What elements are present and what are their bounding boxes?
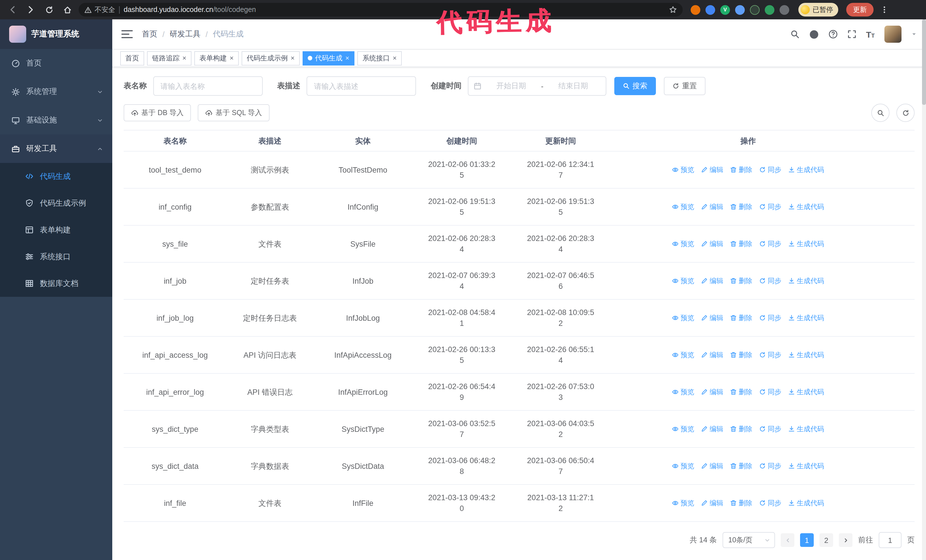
edit-link[interactable]: 编辑 <box>701 238 723 249</box>
sidebar-item-home[interactable]: 首页 <box>0 49 112 77</box>
tab-close-icon[interactable]: × <box>291 55 295 62</box>
tab-close-icon[interactable]: × <box>230 55 234 62</box>
date-end-placeholder[interactable]: 结束日期 <box>546 81 601 91</box>
page-button-2[interactable]: 2 <box>819 533 833 547</box>
page-button-1[interactable]: 1 <box>800 533 814 547</box>
sync-link[interactable]: 同步 <box>759 312 782 323</box>
page-size-select[interactable]: 10条/页 <box>723 532 775 548</box>
edit-link[interactable]: 编辑 <box>701 312 723 323</box>
extension-icon[interactable] <box>750 5 760 15</box>
github-icon[interactable] <box>809 29 819 39</box>
sync-link[interactable]: 同步 <box>759 460 782 471</box>
user-avatar[interactable] <box>884 26 902 43</box>
tab[interactable]: 系统接口 × <box>357 51 402 65</box>
preview-link[interactable]: 预览 <box>672 312 694 323</box>
sidebar-item-db-doc[interactable]: 数据库文档 <box>0 270 112 297</box>
generate-code-link[interactable]: 生成代码 <box>788 460 824 471</box>
url-text[interactable]: dashboard.yudao.iocoder.cn/tool/codegen <box>124 6 256 14</box>
sidebar-item-dev-tools[interactable]: 研发工具 <box>0 134 112 163</box>
generate-code-link[interactable]: 生成代码 <box>788 350 824 360</box>
sync-link[interactable]: 同步 <box>759 498 782 509</box>
delete-link[interactable]: 删除 <box>730 498 752 509</box>
delete-link[interactable]: 删除 <box>730 350 752 360</box>
breadcrumb-home[interactable]: 首页 <box>142 29 157 39</box>
hamburger-icon[interactable] <box>121 30 133 38</box>
extension-icon[interactable] <box>735 5 745 15</box>
browser-home-icon[interactable] <box>61 3 74 17</box>
edit-link[interactable]: 编辑 <box>701 350 723 360</box>
browser-reload-icon[interactable] <box>42 3 56 17</box>
tab[interactable]: 表单构建 × <box>194 51 239 65</box>
refresh-table-button[interactable] <box>896 104 915 122</box>
edit-link[interactable]: 编辑 <box>701 460 723 471</box>
date-start-placeholder[interactable]: 开始日期 <box>484 81 539 91</box>
help-icon[interactable] <box>828 30 837 39</box>
goto-page-input[interactable] <box>879 532 902 548</box>
sidebar-item-form-builder[interactable]: 表单构建 <box>0 216 112 243</box>
generate-code-link[interactable]: 生成代码 <box>788 238 824 249</box>
edit-link[interactable]: 编辑 <box>701 498 723 509</box>
search-button[interactable]: 搜索 <box>614 77 656 95</box>
sidebar-item-infrastructure[interactable]: 基础设施 <box>0 106 112 134</box>
preview-link[interactable]: 预览 <box>672 201 694 212</box>
edit-link[interactable]: 编辑 <box>701 275 723 286</box>
generate-code-link[interactable]: 生成代码 <box>788 498 824 509</box>
fullscreen-icon[interactable] <box>847 30 856 39</box>
tab[interactable]: 首页 <box>120 51 144 65</box>
sidebar-item-system-management[interactable]: 系统管理 <box>0 77 112 106</box>
tab-close-icon[interactable]: × <box>393 55 396 62</box>
generate-code-link[interactable]: 生成代码 <box>788 165 824 175</box>
date-range-picker[interactable]: 开始日期 - 结束日期 <box>468 76 606 96</box>
header-search-icon[interactable] <box>790 30 799 39</box>
reset-button[interactable]: 重置 <box>664 77 705 95</box>
edit-link[interactable]: 编辑 <box>701 165 723 175</box>
delete-link[interactable]: 删除 <box>730 238 752 249</box>
breadcrumb-dev-tools[interactable]: 研发工具 <box>170 29 201 39</box>
browser-menu-icon[interactable] <box>881 6 888 14</box>
preview-link[interactable]: 预览 <box>672 460 694 471</box>
preview-link[interactable]: 预览 <box>672 424 694 435</box>
preview-link[interactable]: 预览 <box>672 165 694 175</box>
delete-link[interactable]: 删除 <box>730 312 752 323</box>
table-desc-input[interactable] <box>307 76 416 96</box>
sidebar-item-codegen[interactable]: 代码生成 <box>0 163 112 190</box>
sync-link[interactable]: 同步 <box>759 165 782 175</box>
extension-icon[interactable] <box>691 5 701 15</box>
toggle-search-button[interactable] <box>871 104 890 122</box>
font-size-icon[interactable]: TT <box>866 30 875 38</box>
tab[interactable]: 代码生成示例 × <box>242 51 300 65</box>
sync-link[interactable]: 同步 <box>759 386 782 397</box>
edit-link[interactable]: 编辑 <box>701 201 723 212</box>
delete-link[interactable]: 删除 <box>730 386 752 397</box>
import-sql-button[interactable]: 基于 SQL 导入 <box>198 104 269 121</box>
preview-link[interactable]: 预览 <box>672 275 694 286</box>
tab-close-icon[interactable]: × <box>345 55 349 62</box>
generate-code-link[interactable]: 生成代码 <box>788 386 824 397</box>
preview-link[interactable]: 预览 <box>672 350 694 360</box>
sync-link[interactable]: 同步 <box>759 424 782 435</box>
sidebar-item-codegen-example[interactable]: 代码生成示例 <box>0 190 112 216</box>
edit-link[interactable]: 编辑 <box>701 424 723 435</box>
sync-link[interactable]: 同步 <box>759 201 782 212</box>
bookmark-star-icon[interactable] <box>669 6 677 14</box>
sync-link[interactable]: 同步 <box>759 350 782 360</box>
generate-code-link[interactable]: 生成代码 <box>788 201 824 212</box>
extension-icon[interactable] <box>705 5 715 15</box>
edit-link[interactable]: 编辑 <box>701 386 723 397</box>
table-name-input[interactable] <box>153 76 262 96</box>
extensions-puzzle-icon[interactable] <box>779 5 789 15</box>
extension-icon[interactable] <box>765 5 775 15</box>
extension-icon[interactable]: V <box>720 5 730 15</box>
generate-code-link[interactable]: 生成代码 <box>788 275 824 286</box>
tab-close-icon[interactable]: × <box>182 55 186 62</box>
profile-paused-badge[interactable]: 已暂停 <box>798 3 838 17</box>
preview-link[interactable]: 预览 <box>672 498 694 509</box>
delete-link[interactable]: 删除 <box>730 201 752 212</box>
next-page-button[interactable] <box>839 533 852 547</box>
import-db-button[interactable]: 基于 DB 导入 <box>124 104 191 121</box>
sync-link[interactable]: 同步 <box>759 238 782 249</box>
sidebar-item-system-api[interactable]: 系统接口 <box>0 243 112 270</box>
browser-update-button[interactable]: 更新 <box>846 3 873 17</box>
url-bar[interactable]: 不安全 dashboard.yudao.iocoder.cn/tool/code… <box>79 3 683 17</box>
delete-link[interactable]: 删除 <box>730 275 752 286</box>
